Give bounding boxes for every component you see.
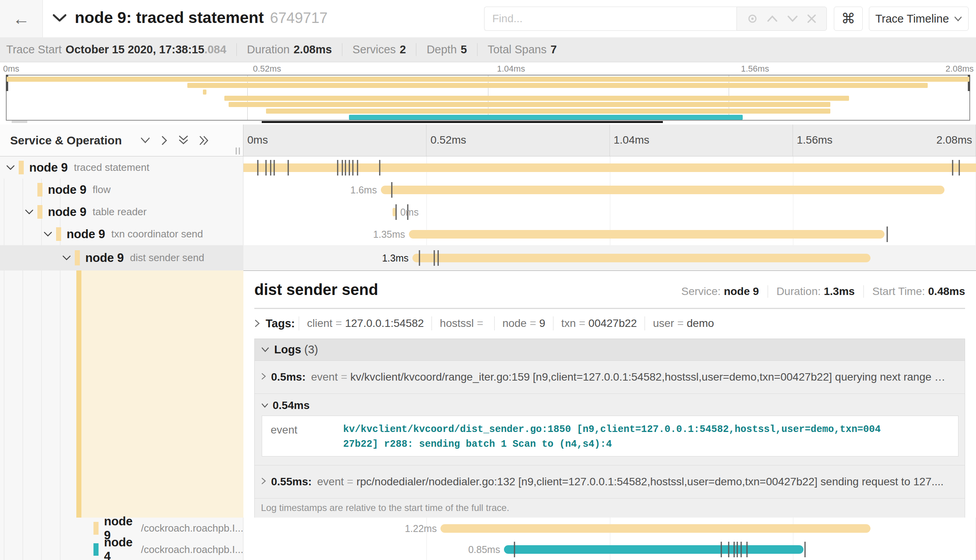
clear-search-icon[interactable]: [807, 14, 817, 24]
span-row[interactable]: node 4/cockroach.roachpb.I...0.85ms: [0, 539, 976, 560]
logs-header[interactable]: Logs (3): [255, 339, 965, 361]
span-expander-chevron-down-icon[interactable]: [43, 231, 53, 238]
log-entry-header[interactable]: 0.54ms: [261, 399, 958, 412]
span-duration-bar[interactable]: [412, 254, 870, 262]
span-color-strip: [75, 250, 80, 265]
span-duration-bar[interactable]: [440, 524, 870, 533]
log-event-tick: [438, 250, 439, 266]
locate-icon[interactable]: [747, 13, 758, 25]
log-event-tick: [959, 160, 960, 176]
span-operation-name: flow: [93, 184, 111, 196]
span-timeline-cell[interactable]: 1.22ms: [243, 518, 976, 539]
minimap-axis-tick-label: 0ms: [3, 64, 19, 74]
log-event-tick: [273, 160, 275, 176]
log-timestamp: 0.5ms:: [271, 371, 306, 383]
minimap-span-bar: [203, 90, 207, 95]
span-rows: node 9traced statementnode 9flow1.6msnod…: [0, 156, 976, 270]
minimap-span-bar: [229, 102, 830, 107]
log-event-tick: [736, 542, 738, 557]
collapse-one-chevron-down-icon[interactable]: [140, 137, 151, 144]
span-duration-bar[interactable]: [393, 208, 395, 216]
span-row[interactable]: node 9traced statement: [0, 156, 976, 179]
span-timeline-cell[interactable]: 0ms: [243, 201, 976, 223]
span-row[interactable]: node 9table reader0ms: [0, 201, 976, 223]
trace-timeline-page: ← node 9: traced statement6749717 ⌘ Trac…: [0, 0, 976, 560]
span-name-cell[interactable]: node 9txn coordinator send: [0, 223, 243, 245]
selected-span-descendant-band: [76, 270, 243, 518]
timeline-scrollbar[interactable]: [262, 121, 663, 123]
tags-chevron-right-icon: [254, 319, 260, 328]
span-operation-name: /cockroach.roachpb.I...: [141, 544, 243, 556]
span-duration-bar[interactable]: [409, 230, 884, 239]
span-name-cell[interactable]: node 9dist sender send: [0, 245, 243, 270]
span-detail-stats: Service:node 9Duration:1.3msStart Time:0…: [664, 285, 965, 298]
trace-meta-item: Total Spans7: [477, 43, 567, 56]
trace-meta-item: Duration2.08ms: [236, 43, 342, 56]
logs-footnote: Log timestamps are relative to the start…: [255, 499, 965, 518]
minimap-viewport[interactable]: [6, 75, 970, 121]
span-color-strip: [37, 205, 42, 218]
span-row[interactable]: node 9dist sender send1.3ms: [0, 245, 976, 270]
log-event-tick: [352, 160, 354, 176]
log-entry-collapsed[interactable]: 0.55ms:event=rpc/nodedialer/nodedialer.g…: [255, 465, 965, 499]
span-duration-bar[interactable]: [381, 186, 944, 194]
span-name-cell[interactable]: node 9traced statement: [0, 156, 243, 179]
logs-title: Logs: [274, 343, 301, 356]
log-event-tick: [952, 160, 953, 176]
log-event-tick: [747, 542, 748, 557]
span-operation-name: traced statement: [74, 162, 150, 174]
back-button[interactable]: ←: [0, 0, 43, 37]
find-controls: [736, 7, 827, 31]
log-event-tick: [391, 182, 392, 198]
log-event-tick: [419, 250, 420, 266]
span-row[interactable]: node 9/cockroach.roachpb.I...1.22ms: [0, 518, 976, 539]
span-timeline-cell[interactable]: 0.85ms: [243, 539, 976, 560]
span-operation-name: table reader: [93, 206, 147, 218]
tag-item: user=demo: [645, 316, 722, 330]
span-row[interactable]: node 9txn coordinator send1.35ms: [0, 223, 976, 245]
span-name-cell[interactable]: node 4/cockroach.roachpb.I...: [0, 539, 243, 560]
view-selector-button[interactable]: Trace Timeline: [869, 7, 969, 31]
expand-all-double-chevron-right-icon[interactable]: [199, 135, 210, 146]
tags-row[interactable]: Tags: client=127.0.0.1:54582hostssl=node…: [254, 314, 965, 332]
keyboard-shortcuts-button[interactable]: ⌘: [834, 7, 863, 31]
log-entry-collapsed[interactable]: 0.5ms:event=kv/kvclient/kvcoord/range_it…: [255, 361, 965, 394]
trace-title-chevron-down-icon[interactable]: [52, 13, 67, 25]
span-duration-bar[interactable]: [504, 545, 803, 554]
span-duration-label: 0.85ms: [468, 544, 500, 555]
log-event-tick: [342, 160, 343, 176]
minimap-axis-tick-label: 1.56ms: [741, 64, 769, 74]
find-input[interactable]: [484, 7, 736, 31]
span-timeline-cell[interactable]: 1.3ms: [243, 245, 976, 270]
span-row[interactable]: node 9flow1.6ms: [0, 179, 976, 201]
span-expander-chevron-down-icon[interactable]: [62, 255, 72, 262]
log-timestamp: 0.54ms: [273, 399, 310, 412]
timeline-header-row: Service & Operation 0ms0.52ms1.04ms1.56m…: [0, 125, 976, 156]
span-timeline-cell[interactable]: 1.6ms: [243, 179, 976, 201]
span-timeline-cell[interactable]: [243, 156, 976, 179]
find-bar: [484, 7, 827, 31]
log-event-tick: [887, 226, 888, 242]
span-duration-label: 1.3ms: [382, 252, 409, 263]
minimap-span-bar: [187, 83, 928, 88]
column-resize-grip[interactable]: [236, 147, 240, 154]
detail-divider: [254, 308, 965, 309]
log-field-value: kv/kvclient/kvcoord/dist_sender.go:1850 …: [343, 421, 885, 451]
span-name-cell[interactable]: node 9flow: [0, 179, 243, 201]
log-event-tick: [805, 542, 806, 557]
span-service-name: node 9: [48, 183, 86, 197]
expand-one-chevron-right-icon[interactable]: [161, 135, 168, 146]
span-timeline-cell[interactable]: 1.35ms: [243, 223, 976, 245]
minimap-span-bar: [7, 77, 969, 82]
span-detail-stat: Start Time:0.48ms: [863, 285, 965, 298]
span-service-name: node 9: [67, 227, 105, 241]
collapse-all-double-chevron-down-icon[interactable]: [178, 135, 189, 146]
span-expander-chevron-down-icon[interactable]: [5, 164, 16, 171]
prev-result-chevron-up-icon[interactable]: [766, 14, 778, 23]
log-event-tick: [434, 250, 435, 266]
span-name-cell[interactable]: node 9table reader: [0, 201, 243, 223]
ruler-tick-label: 1.04ms: [614, 134, 650, 146]
span-expander-chevron-down-icon[interactable]: [24, 209, 34, 216]
log-event-tick: [287, 160, 289, 176]
next-result-chevron-down-icon[interactable]: [787, 14, 798, 23]
